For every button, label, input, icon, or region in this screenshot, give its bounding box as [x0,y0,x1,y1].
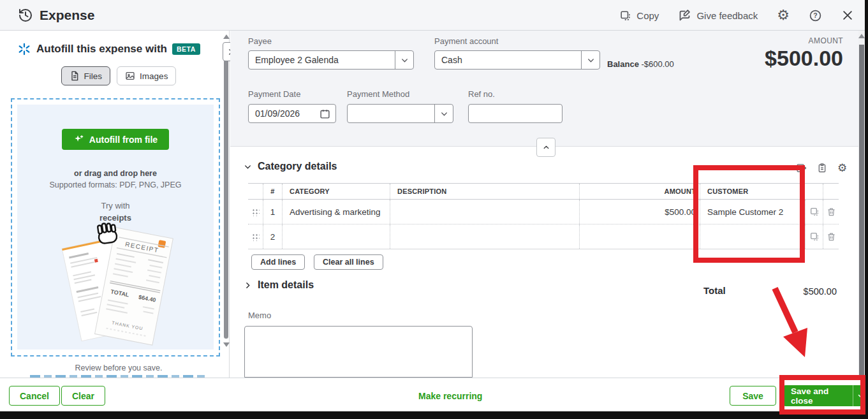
table-row: 1 Advertising & marketing $500.00 Sample… [248,200,839,224]
amount-label: AMOUNT [716,36,843,45]
description-cell[interactable] [390,200,579,224]
svg-text:?: ? [813,11,817,19]
amount-cell[interactable]: $500.00 [579,200,700,224]
payment-method-field [347,104,453,123]
collapse-header-button[interactable] [536,138,555,157]
add-lines-button[interactable]: Add lines [251,254,305,270]
cancel-button[interactable]: Cancel [9,386,60,406]
file-dropzone[interactable]: Autofill from file or drag and drop here… [11,98,220,357]
file-icon [70,71,80,81]
duplicate-row-icon[interactable] [805,224,823,249]
payment-method-label: Payment Method [347,89,409,99]
col-category: CATEGORY [282,184,390,199]
clipboard-icon[interactable] [817,163,827,173]
total-value: $500.00 [709,286,837,297]
copy-icon [619,10,631,22]
make-recurring-button[interactable]: Make recurring [418,391,482,401]
hand-cursor-icon [97,223,117,244]
panel-scrollbar-thumb[interactable] [224,42,228,339]
ref-no-input[interactable] [469,105,562,122]
grid-gear-icon[interactable]: ⚙ [837,163,847,173]
autofill-panel: Autofill this expense with BETA Files Im… [8,31,230,378]
duplicate-row-icon[interactable] [805,200,823,224]
payment-account-dropdown-button[interactable] [581,51,600,69]
col-num: # [263,184,282,199]
payee-field [248,50,414,70]
chevron-down-icon [244,163,252,171]
receipts-text: receipts [17,213,214,223]
sparkle-plus-icon [73,134,84,145]
memo-label: Memo [248,311,271,320]
payment-date-label: Payment Date [248,89,300,99]
delete-row-icon[interactable] [823,200,839,224]
copy-label: Copy [636,10,659,21]
history-icon[interactable] [18,8,33,23]
payment-date-field [248,104,336,123]
payee-input[interactable] [249,51,395,69]
receipt-illustration: RECEIPT TOTAL $64.40 THANK YOU [36,223,195,348]
scroll-down-arrow[interactable] [223,342,230,347]
scroll-up-arrow[interactable] [223,34,230,39]
export-columns-icon[interactable] [796,163,807,173]
payment-method-dropdown-button[interactable] [434,105,453,122]
give-feedback-button[interactable]: Give feedback [678,9,758,22]
main-scroll-up-arrow[interactable] [858,34,865,38]
payment-method-input[interactable] [348,105,434,122]
drag-handle[interactable] [248,200,263,224]
category-details-toggle[interactable]: Category details [244,161,337,172]
drag-drop-text: or drag and drop here [17,169,214,178]
clear-button[interactable]: Clear [61,386,105,406]
balance-label: Balance [607,59,639,69]
expense-header: Expense Copy Give feedback ⚙ ? [0,0,868,31]
panel-scrollbar[interactable] [223,32,229,378]
autofill-from-file-button[interactable]: Autofill from file [62,129,169,150]
images-tab[interactable]: Images [117,66,176,85]
autofill-button-label: Autofill from file [89,135,158,145]
col-customer: CUSTOMER [700,184,805,199]
payment-date-input[interactable] [249,105,320,122]
files-tab[interactable]: Files [61,66,111,85]
chevron-right-icon [244,281,252,290]
row-num: 2 [263,224,282,249]
description-cell[interactable] [390,224,579,249]
files-tab-label: Files [84,71,103,81]
customer-cell[interactable]: Sample Customer 2 [700,200,805,224]
delete-row-icon[interactable] [823,224,839,249]
col-description: DESCRIPTION [390,184,579,199]
autofill-title: Autofill this expense with [36,43,167,55]
screen-bottom-edge [0,411,868,419]
feedback-icon [678,9,691,22]
customer-cell[interactable] [700,224,805,249]
drag-handle[interactable] [248,224,263,249]
main-scrollbar[interactable] [858,31,865,378]
item-details-toggle[interactable]: Item details [244,279,314,291]
ref-no-label: Ref no. [468,89,495,99]
payee-label: Payee [248,36,272,46]
dropzone-inner: Autofill from file or drag and drop here… [17,105,214,349]
sparkle-icon [17,42,31,56]
help-icon[interactable]: ? [809,9,822,22]
main-scrollbar-thumb[interactable] [859,45,864,376]
payment-account-input[interactable] [435,51,581,69]
category-cell[interactable] [282,224,390,249]
row-num: 1 [263,200,282,224]
item-details-title: Item details [258,279,314,291]
save-and-close-split-button: Save and close [783,385,868,406]
gear-icon[interactable]: ⚙ [777,8,790,22]
save-button[interactable]: Save [730,386,776,406]
category-cell[interactable]: Advertising & marketing [282,200,390,224]
payment-account-label: Payment account [434,36,498,46]
footer-bar: Cancel Clear Make recurring Save Save an… [0,378,868,411]
close-icon[interactable] [841,9,854,22]
copy-button[interactable]: Copy [619,10,659,22]
save-and-close-button[interactable]: Save and close [783,385,853,406]
memo-input[interactable] [244,326,473,378]
table-row: 2 [248,224,839,249]
clear-all-lines-button[interactable]: Clear all lines [314,254,383,270]
image-icon [125,71,135,81]
category-details-title: Category details [258,161,337,172]
calendar-icon[interactable] [320,105,335,122]
payee-dropdown-button[interactable] [395,51,413,69]
amount-value: $500.00 [652,46,843,71]
amount-cell[interactable] [579,224,700,249]
